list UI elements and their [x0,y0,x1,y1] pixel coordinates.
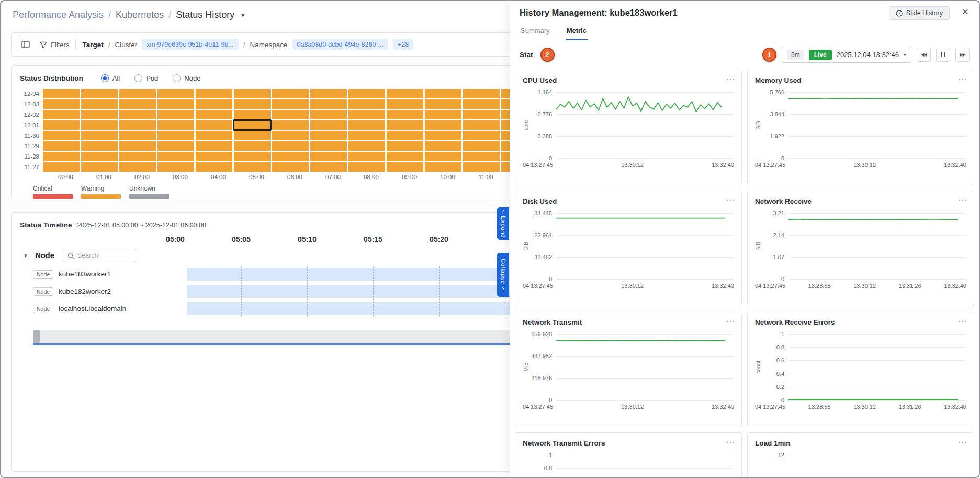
heatmap-cell[interactable] [463,120,500,130]
heatmap-cell[interactable] [234,110,271,119]
heatmap-cell[interactable] [81,131,118,140]
card-menu-icon[interactable]: ⋯ [726,195,735,206]
heatmap-cell[interactable] [234,99,271,109]
heatmap-cell[interactable] [463,141,500,151]
heatmap-cell[interactable] [348,99,385,109]
heatmap-cell[interactable] [272,99,309,109]
pause-button[interactable] [936,48,950,62]
interval-chip[interactable]: 5m [787,50,804,60]
heatmap-cell[interactable] [119,141,156,151]
chevron-down-icon[interactable]: ▾ [24,252,27,259]
breadcrumb-status-history[interactable]: Status History [176,9,234,20]
heatmap-cell[interactable] [463,99,500,109]
heatmap-cell[interactable] [425,99,461,109]
scrollbar-thumb[interactable] [33,330,40,343]
more-targets-chip[interactable]: +28 [393,39,413,50]
tab-metric[interactable]: Metric [566,23,588,40]
heatmap-cell[interactable] [272,152,309,161]
heatmap-cell[interactable] [310,141,347,151]
heatmap-cell[interactable] [234,131,271,140]
heatmap-cell[interactable] [310,89,347,98]
heatmap-cell[interactable] [157,110,194,119]
time-range-picker[interactable]: 5m Live 2025.12.04 13:32:46 ▾ [782,47,911,63]
heatmap-cell[interactable] [43,110,80,119]
heatmap-cell[interactable] [425,110,461,119]
filters-button[interactable]: Filters [40,41,69,49]
heatmap-cell[interactable] [234,162,271,172]
heatmap-cell[interactable] [272,89,309,98]
heatmap-cell[interactable] [157,131,194,140]
heatmap-cell[interactable] [81,120,118,130]
heatmap-cell[interactable] [387,89,423,98]
heatmap-cell[interactable] [81,110,118,119]
heatmap-cell[interactable] [387,152,423,161]
heatmap-cell[interactable] [43,162,80,172]
heatmap-cell[interactable] [43,141,80,151]
heatmap-cell[interactable] [425,152,461,161]
heatmap-cell[interactable] [234,141,271,151]
heatmap-cell[interactable] [463,131,500,140]
radio-all[interactable]: All [101,74,120,82]
heatmap-cell[interactable] [463,110,500,119]
heatmap-cell[interactable] [119,110,156,119]
heatmap-cell[interactable] [272,110,309,119]
heatmap-cell[interactable] [234,89,271,98]
heatmap-cell[interactable] [119,89,156,98]
card-menu-icon[interactable]: ⋯ [958,316,967,327]
card-menu-icon[interactable]: ⋯ [726,316,735,327]
heatmap-cell[interactable] [310,110,347,119]
slide-history-button[interactable]: Slide History [889,6,950,20]
heatmap-cell[interactable] [387,162,423,172]
heatmap-cell[interactable] [310,131,347,140]
heatmap-cell[interactable] [272,141,309,151]
heatmap-cell[interactable] [81,99,118,109]
collapse-panel-tab[interactable]: Collapse › [497,253,509,297]
heatmap-cell[interactable] [463,89,500,98]
heatmap-cell[interactable] [272,120,309,130]
heatmap-cell[interactable] [425,131,461,140]
heatmap-cell[interactable] [463,162,500,172]
heatmap-cell[interactable] [43,89,80,98]
breadcrumb-kubernetes[interactable]: Kubernetes [116,9,164,20]
heatmap-cell[interactable] [43,99,80,109]
heatmap-cell[interactable] [425,89,461,98]
heatmap-cell[interactable] [387,131,423,140]
panel-toggle-button[interactable] [18,37,33,52]
heatmap-cell[interactable] [387,141,423,151]
heatmap-cell[interactable] [157,89,194,98]
heatmap-cell[interactable] [310,120,347,130]
card-menu-icon[interactable]: ⋯ [726,437,735,448]
heatmap-cell[interactable] [387,110,423,119]
card-menu-icon[interactable]: ⋯ [958,195,967,206]
rewind-button[interactable]: ◀◀ [917,48,931,62]
heatmap-cell[interactable] [81,141,118,151]
timeline-group-label[interactable]: Node [36,251,54,260]
heatmap-cell[interactable] [81,152,118,161]
heatmap-cell[interactable] [119,120,156,130]
heatmap-cell[interactable] [272,162,309,172]
expand-panel-tab[interactable]: ‹ Expand [497,207,509,240]
heatmap-cell[interactable] [196,120,232,130]
search-input[interactable] [77,252,130,259]
card-menu-icon[interactable]: ⋯ [958,437,967,448]
live-badge[interactable]: Live [809,50,832,60]
tab-summary[interactable]: Summary [520,23,551,40]
heatmap-cell[interactable] [196,89,232,98]
heatmap-cell[interactable] [43,152,80,161]
card-menu-icon[interactable]: ⋯ [726,74,735,85]
heatmap-cell[interactable] [196,141,232,151]
heatmap-cell[interactable] [81,162,118,172]
fast-forward-button[interactable]: ▶▶ [955,48,970,62]
heatmap-cell[interactable] [119,131,156,140]
heatmap-cell[interactable] [196,152,232,161]
heatmap-cell[interactable] [310,99,347,109]
card-menu-icon[interactable]: ⋯ [958,74,967,85]
heatmap-cell[interactable] [196,110,232,119]
heatmap-cell[interactable] [43,131,80,140]
heatmap-cell[interactable] [196,131,232,140]
heatmap-cell[interactable] [425,141,461,151]
heatmap-cell[interactable] [43,120,80,130]
heatmap-cell[interactable] [348,141,385,151]
heatmap-cell[interactable] [387,120,423,130]
heatmap-cell[interactable] [310,152,347,161]
